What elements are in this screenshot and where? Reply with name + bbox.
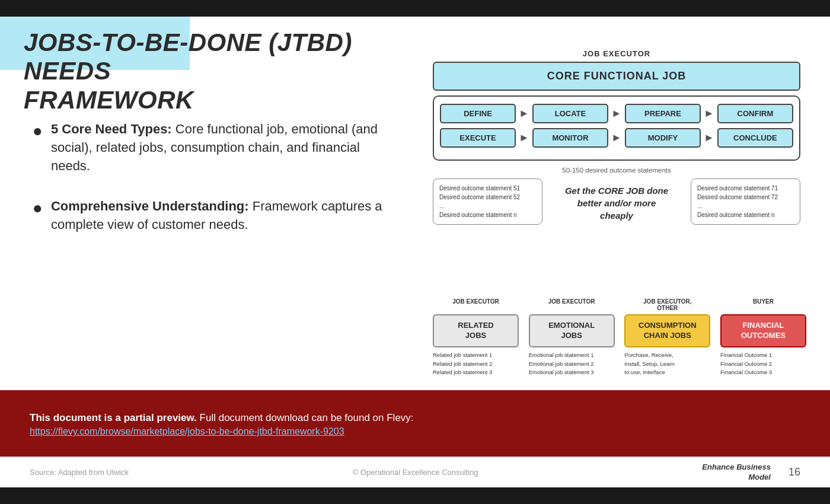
top-bar — [0, 0, 830, 17]
emotional-statements: Emotional job statement 1 Emotional job … — [529, 351, 615, 377]
emotional-stmt-1: Emotional job statement 1 — [529, 351, 615, 360]
preview-text: This document is a partial preview. Full… — [30, 410, 800, 427]
footer-source: Source: Adapted from Ulwick — [30, 468, 129, 477]
arrow-1: ► — [519, 107, 529, 120]
box-related-jobs: RELATED JOBS — [433, 314, 519, 347]
financial-stmt-3: Financial Outcome 3 — [720, 368, 806, 377]
bullet-bold-1: 5 Core Need Types: — [51, 122, 172, 136]
left-outcome-box: Desired outcome statement 51 Desired out… — [433, 178, 542, 225]
right-outcome-line-4: Desired outcome statement n — [697, 210, 794, 219]
col-label-2: JOB EXECUTOR — [529, 298, 615, 311]
bottom-boxes-section: JOB EXECUTOR JOB EXECUTOR JOB EXECUTOR, … — [433, 298, 806, 377]
job-executor-label: JOB EXECUTOR — [433, 49, 800, 58]
footer-copyright: © Operational Excellence Consulting — [353, 468, 478, 477]
footer-enhance: Enhance Business Model — [702, 462, 771, 483]
bullet-content-1: 5 Core Need Types: Core functional job, … — [51, 120, 394, 175]
related-statements: Related job statement 1 Related job stat… — [433, 351, 519, 377]
consumption-stmt-1: Purchase, Receive, — [624, 351, 710, 360]
emotional-stmt-3: Emotional job statement 3 — [529, 368, 615, 377]
related-stmt-1: Related job statement 1 — [433, 351, 519, 360]
bullet-item-1: ● 5 Core Need Types: Core functional job… — [33, 120, 394, 175]
outcome-row: Desired outcome statement 51 Desired out… — [433, 178, 800, 225]
core-job-box: CORE FUNCTIONAL JOB — [433, 62, 800, 91]
bullet-bold-2: Comprehensive Understanding: — [51, 199, 249, 213]
bottom-col-labels: JOB EXECUTOR JOB EXECUTOR JOB EXECUTOR, … — [433, 298, 806, 311]
bullet-dot-2: ● — [33, 199, 43, 218]
col-label-4: BUYER — [720, 298, 806, 311]
arrow-3: ► — [704, 107, 714, 120]
left-outcome-line-4: Desired outcome statement n — [439, 210, 536, 219]
step-conclude: CONCLUDE — [717, 128, 793, 148]
arrow-6: ► — [704, 132, 714, 144]
footer-page-number: 16 — [788, 466, 800, 479]
box-consumption-chain: CONSUMPTION CHAIN JOBS — [624, 314, 710, 347]
right-outcome-line-3: ... — [697, 202, 794, 210]
step-locate: LOCATE — [532, 104, 608, 123]
consumption-stmt-3: to use, Interface — [624, 368, 710, 377]
related-stmt-3: Related job statement 3 — [433, 368, 519, 377]
consumption-stmt-2: Install, Setup, Learn — [624, 360, 710, 369]
bottom-bar — [0, 487, 830, 504]
preview-bold: This document is a partial preview. — [30, 412, 197, 423]
preview-banner: This document is a partial preview. Full… — [0, 390, 830, 457]
steps-row-1: DEFINE ► LOCATE ► PREPARE ► CONFIRM — [440, 104, 793, 123]
emotional-stmt-2: Emotional job statement 2 — [529, 360, 615, 369]
bullet-dot-1: ● — [33, 122, 43, 141]
left-outcome-line-1: Desired outcome statement 51 — [439, 184, 536, 193]
right-outcome-line-1: Desired outcome statement 71 — [697, 184, 794, 193]
footer: Source: Adapted from Ulwick © Operationa… — [0, 457, 830, 487]
left-outcome-line-2: Desired outcome statement 52 — [439, 193, 536, 202]
bullets-section: ● 5 Core Need Types: Core functional job… — [33, 120, 394, 257]
preview-normal: Full document download can be found on F… — [197, 412, 414, 423]
box-emotional-jobs: EMOTIONAL JOBS — [529, 314, 615, 347]
financial-statements: Financial Outcome 1 Financial Outcome 2 … — [720, 351, 806, 377]
core-job-middle-text: Get the CORE JOB done better and/or more… — [563, 178, 670, 222]
step-monitor: MONITOR — [532, 128, 608, 148]
col-label-1: JOB EXECUTOR — [433, 298, 519, 311]
step-confirm: CONFIRM — [717, 104, 793, 123]
consumption-statements: Purchase, Receive, Install, Setup, Learn… — [624, 351, 710, 377]
related-stmt-2: Related job statement 2 — [433, 360, 519, 369]
step-define: DEFINE — [440, 104, 516, 123]
bullet-item-2: ● Comprehensive Understanding: Framework… — [33, 197, 394, 234]
title-block: JOBS-TO-BE-DONE (JTBD) NEEDS FRAMEWORK — [24, 28, 403, 114]
slide: JOBS-TO-BE-DONE (JTBD) NEEDS FRAMEWORK ●… — [0, 17, 830, 487]
arrow-5: ► — [611, 132, 622, 144]
arrow-4: ► — [519, 132, 529, 144]
step-modify: MODIFY — [625, 128, 701, 148]
financial-stmt-1: Financial Outcome 1 — [720, 351, 806, 360]
preview-link[interactable]: https://flevy.com/browse/marketplace/job… — [30, 426, 800, 437]
col-label-3: JOB EXECUTOR, OTHER — [624, 298, 710, 311]
steps-outer: DEFINE ► LOCATE ► PREPARE ► CONFIRM EXEC… — [433, 95, 800, 161]
bottom-statements-row: Related job statement 1 Related job stat… — [433, 351, 806, 377]
arrow-2: ► — [611, 107, 622, 120]
box-financial-outcomes: FINANCIAL OUTCOMES — [720, 314, 806, 347]
slide-title: JOBS-TO-BE-DONE (JTBD) NEEDS FRAMEWORK — [24, 28, 403, 114]
step-prepare: PREPARE — [625, 104, 701, 123]
outcome-statements-label: 50-150 desired outcome statements — [433, 167, 800, 174]
bottom-boxes-row: RELATED JOBS EMOTIONAL JOBS CONSUMPTION … — [433, 314, 806, 347]
right-outcome-box: Desired outcome statement 71 Desired out… — [691, 178, 800, 225]
financial-stmt-2: Financial Outcome 2 — [720, 360, 806, 369]
left-outcome-line-3: ... — [439, 202, 536, 210]
bullet-content-2: Comprehensive Understanding: Framework c… — [51, 197, 394, 234]
steps-row-2: EXECUTE ► MONITOR ► MODIFY ► CONCLUDE — [440, 128, 793, 148]
right-outcome-line-2: Desired outcome statement 72 — [697, 193, 794, 202]
step-execute: EXECUTE — [440, 128, 516, 148]
